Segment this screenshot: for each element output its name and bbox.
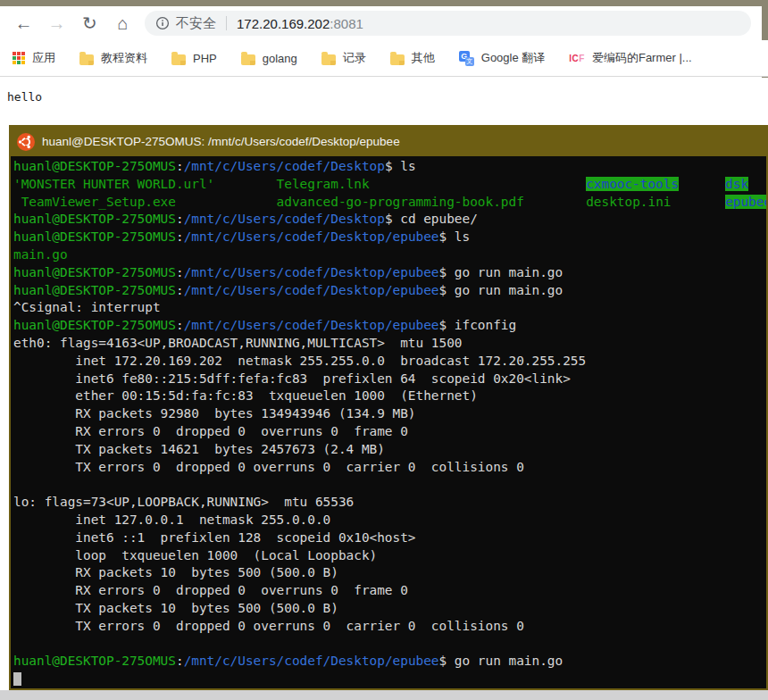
bookmark-item[interactable]: ICF爱编码的Farmer |... xyxy=(569,50,691,66)
home-button[interactable]: ⌂ xyxy=(106,8,139,38)
terminal-cursor-line xyxy=(13,671,766,688)
terminal-output[interactable]: huanl@DESKTOP-275OMUS:/mnt/c/Users/codef… xyxy=(11,156,766,690)
bookmark-label: 应用 xyxy=(32,50,55,66)
terminal-title: huanl@DESKTOP-275OMUS: /mnt/c/Users/code… xyxy=(42,135,400,148)
bookmark-label: 爱编码的Farmer |... xyxy=(592,50,692,66)
folder-icon xyxy=(241,54,255,65)
omnibox-separator xyxy=(226,16,227,30)
bookmark-item[interactable]: 应用 xyxy=(13,50,55,66)
terminal-line xyxy=(13,476,766,494)
terminal-line: TX errors 0 dropped 0 overruns 0 carrier… xyxy=(13,618,766,636)
terminal-line: TX packets 10 bytes 500 (500.0 B) xyxy=(13,600,766,618)
bookmark-label: PHP xyxy=(193,52,217,65)
terminal-line: huanl@DESKTOP-275OMUS:/mnt/c/Users/codef… xyxy=(13,211,766,229)
terminal-line: loop txqueuelen 1000 (Local Loopback) xyxy=(13,547,766,565)
desktop-bottom-edge xyxy=(0,690,768,700)
google-translate-icon: G文 xyxy=(459,51,474,66)
terminal-line: 'MONSTER HUNTER WORLD.url' Telegram.lnk … xyxy=(13,176,766,194)
address-bar[interactable]: 不安全 172.20.169.202 :8081 xyxy=(145,11,751,36)
bookmark-item[interactable]: G文Google 翻译 xyxy=(459,50,546,66)
terminal-line: ether 00:15:5d:fa:fc:83 txqueuelen 1000 … xyxy=(13,388,766,405)
security-label: 不安全 xyxy=(176,15,216,32)
bookmark-label: Google 翻译 xyxy=(481,50,546,66)
folder-icon xyxy=(321,54,336,65)
page-content: hello xyxy=(0,78,768,125)
terminal-line: TX errors 0 dropped 0 overruns 0 carrier… xyxy=(13,459,766,477)
terminal-line: ^Csignal: interrupt xyxy=(13,299,766,317)
bookmark-label: 其他 xyxy=(412,50,435,66)
bookmark-label: golang xyxy=(263,52,297,65)
terminal-cursor xyxy=(13,672,21,686)
url-host: 172.20.169.202 xyxy=(237,16,330,31)
terminal-line: inet 172.20.169.202 netmask 255.255.0.0 … xyxy=(13,353,766,371)
browser-toolbar: ← → ↻ ⌂ 不安全 172.20.169.202 :8081 xyxy=(0,6,762,40)
terminal-line: RX packets 92980 bytes 134943946 (134.9 … xyxy=(13,405,766,423)
terminal-line: huanl@DESKTOP-275OMUS:/mnt/c/Users/codef… xyxy=(13,282,766,300)
icf-favicon: ICF xyxy=(569,54,585,63)
terminal-line: RX packets 10 bytes 500 (500.0 B) xyxy=(13,564,766,582)
bookmark-item[interactable]: 其他 xyxy=(390,50,435,66)
folder-icon xyxy=(79,54,94,65)
terminal-line: RX errors 0 dropped 0 overruns 0 frame 0 xyxy=(13,582,766,600)
bookmark-label: 记录 xyxy=(343,50,366,66)
terminal-line: TX packets 14621 bytes 2457673 (2.4 MB) xyxy=(13,441,766,459)
bookmark-item[interactable]: 教程资料 xyxy=(79,50,147,66)
terminal-window: huanl@DESKTOP-275OMUS: /mnt/c/Users/code… xyxy=(9,125,768,690)
terminal-line: inet6 ::1 prefixlen 128 scopeid 0x10<hos… xyxy=(13,529,766,547)
info-icon[interactable] xyxy=(155,16,170,30)
window-top-edge xyxy=(0,0,768,6)
terminal-line: huanl@DESKTOP-275OMUS:/mnt/c/Users/codef… xyxy=(13,229,766,246)
terminal-line: inet6 fe80::215:5dff:fefa:fc83 prefixlen… xyxy=(13,371,766,388)
bookmark-item[interactable]: golang xyxy=(241,52,297,65)
folder-icon xyxy=(390,54,405,65)
terminal-line: RX errors 0 dropped 0 overruns 0 frame 0 xyxy=(13,423,766,441)
bookmark-item[interactable]: PHP xyxy=(171,52,217,65)
terminal-line: lo: flags=73<UP,LOOPBACK,RUNNING> mtu 65… xyxy=(13,494,766,512)
terminal-line: huanl@DESKTOP-275OMUS:/mnt/c/Users/codef… xyxy=(13,158,766,176)
folder-icon xyxy=(171,54,186,65)
terminal-line: huanl@DESKTOP-275OMUS:/mnt/c/Users/codef… xyxy=(13,317,766,335)
terminal-line xyxy=(13,636,766,654)
forward-button[interactable]: → xyxy=(40,8,73,38)
ubuntu-icon xyxy=(17,133,35,151)
bookmarks-bar: 应用教程资料PHPgolang记录其他G文Google 翻译ICF爱编码的Far… xyxy=(0,40,768,77)
apps-grid-icon xyxy=(13,52,25,64)
terminal-line: huanl@DESKTOP-275OMUS:/mnt/c/Users/codef… xyxy=(13,653,766,671)
terminal-line: huanl@DESKTOP-275OMUS:/mnt/c/Users/codef… xyxy=(13,264,766,282)
terminal-line: main.go xyxy=(13,246,766,264)
terminal-line: inet 127.0.0.1 netmask 255.0.0.0 xyxy=(13,512,766,529)
back-button[interactable]: ← xyxy=(7,8,40,38)
url-port: :8081 xyxy=(330,16,363,31)
terminal-titlebar[interactable]: huanl@DESKTOP-275OMUS: /mnt/c/Users/code… xyxy=(11,127,766,156)
terminal-line: eth0: flags=4163<UP,BROADCAST,RUNNING,MU… xyxy=(13,335,766,353)
terminal-line: TeamViewer_Setup.exe advanced-go-program… xyxy=(13,194,766,212)
bookmark-item[interactable]: 记录 xyxy=(321,50,366,66)
bookmark-label: 教程资料 xyxy=(101,50,147,66)
page-body-text: hello xyxy=(0,78,768,104)
reload-button[interactable]: ↻ xyxy=(73,8,106,38)
